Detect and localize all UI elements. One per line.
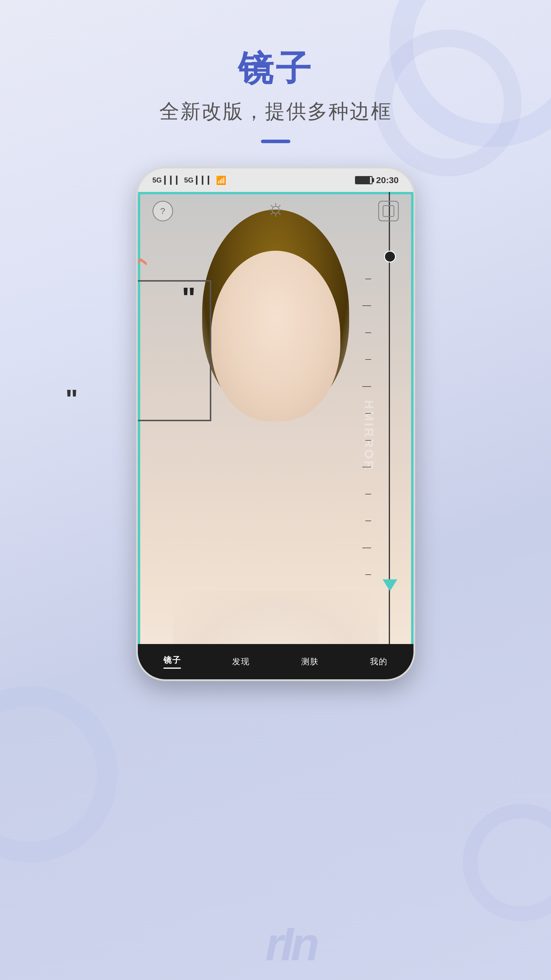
tick-1: [365, 278, 371, 279]
squiggle-svg: [138, 257, 147, 274]
svg-line-6: [279, 213, 280, 215]
status-left: 5G ▎▎▎ 5G ▎▎▎ 📶: [152, 175, 226, 185]
signal-bars-icon: ▎▎▎: [164, 176, 182, 185]
phone-container: 5G ▎▎▎ 5G ▎▎▎ 📶 20:30: [99, 167, 452, 681]
tab-profile[interactable]: 我的: [345, 656, 413, 667]
status-bar: 5G ▎▎▎ 5G ▎▎▎ 📶 20:30: [138, 169, 413, 192]
tick-5: [362, 386, 371, 387]
tick-2: [362, 305, 371, 306]
header: 镜子 全新改版，提供多种边框: [0, 0, 551, 143]
tab-skin[interactable]: 测肤: [276, 656, 345, 667]
tab-profile-label: 我的: [370, 656, 387, 667]
tab-discover[interactable]: 发现: [206, 656, 276, 667]
svg-line-5: [271, 205, 273, 207]
app-title: 镜子: [0, 47, 551, 89]
bg-decoration-3: [0, 686, 118, 862]
battery-icon: [355, 176, 373, 184]
mirror-top-icons: ?: [138, 201, 413, 221]
battery-fill: [356, 177, 370, 183]
bottom-tab-bar: 镜子 发现 测肤 我的: [138, 644, 413, 679]
tick-7: [365, 440, 371, 441]
tab-active-indicator: [164, 668, 181, 669]
ruler-triangle-handle[interactable]: [383, 579, 397, 591]
signal-5g-right: 5G: [184, 176, 194, 184]
quote-mark-inside: ": [182, 283, 196, 312]
tick-12: [365, 574, 371, 575]
tab-mirror[interactable]: 镜子: [138, 655, 207, 669]
ruler-ticks: [371, 266, 389, 588]
tick-3: [365, 332, 371, 333]
title-divider: [261, 140, 291, 143]
tick-9: [365, 494, 371, 495]
squiggle-decoration: [138, 257, 147, 274]
tick-4: [365, 359, 371, 360]
ruler-circle-handle[interactable]: [384, 251, 396, 262]
brightness-button[interactable]: [268, 202, 283, 220]
face-oval: [211, 251, 340, 421]
help-button[interactable]: ?: [152, 201, 173, 221]
tick-8: [362, 467, 371, 468]
wifi-icon: 📶: [216, 175, 226, 185]
quote-frame-decoration: [138, 280, 211, 421]
question-icon: ?: [160, 206, 165, 216]
bottom-rin-watermark: rIn: [265, 917, 316, 971]
time-display: 20:30: [376, 175, 399, 185]
tick-11: [362, 547, 371, 548]
tick-6: [365, 413, 371, 414]
signal-bars-2-icon: ▎▎▎: [196, 176, 214, 185]
status-right: 20:30: [355, 175, 399, 185]
square-inner-icon: [383, 205, 394, 217]
tab-skin-label: 测肤: [301, 656, 319, 667]
svg-line-7: [279, 205, 280, 207]
phone-frame: 5G ▎▎▎ 5G ▎▎▎ 📶 20:30: [136, 167, 415, 681]
screen-capture-button[interactable]: [378, 201, 399, 221]
tab-mirror-label: 镜子: [164, 655, 181, 666]
svg-line-8: [271, 213, 273, 215]
tick-10: [365, 520, 371, 521]
signal-5g-left: 5G: [152, 176, 162, 184]
mirror-content: ?: [138, 192, 413, 679]
app-subtitle: 全新改版，提供多种边框: [0, 98, 551, 125]
quote-mark-outside: ": [65, 384, 78, 414]
svg-point-0: [272, 206, 279, 213]
tab-discover-label: 发现: [232, 656, 250, 667]
bg-decoration-4: [463, 803, 551, 921]
sun-icon-svg: [268, 202, 283, 217]
